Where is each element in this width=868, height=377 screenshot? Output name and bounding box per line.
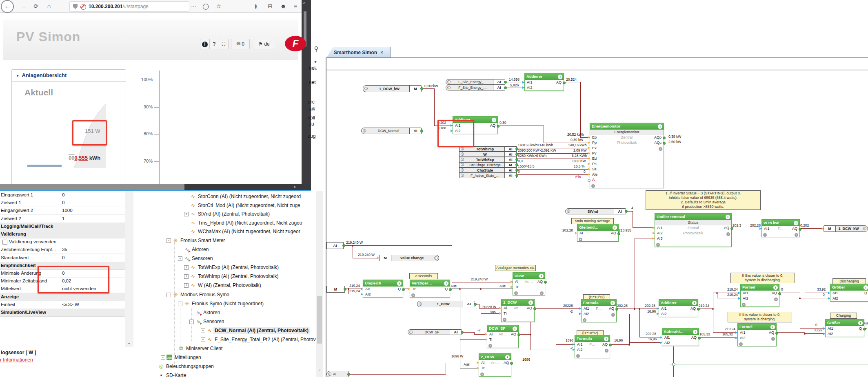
info-icon[interactable]: i [773, 285, 778, 290]
tree-item-label[interactable]: Sensoren [202, 318, 225, 325]
tree-expander-icon[interactable]: + [201, 337, 205, 342]
tree-item-label[interactable]: W (AI) (Zentral, Photovoltaik) [197, 282, 262, 289]
sensor-block-batchrge_dischrge[interactable]: iBat Chrge_DischrgeM [459, 162, 517, 168]
expand-icon[interactable]: + [726, 232, 730, 236]
expand-icon[interactable]: + [503, 318, 506, 322]
tree-item-fronius[interactable]: -✳Fronius Smart Meter [135, 237, 316, 244]
help-button[interactable]: ? [209, 39, 219, 49]
browser-scrollbar[interactable]: ^ [302, 0, 311, 190]
info-icon[interactable]: i [505, 355, 510, 359]
expand-icon[interactable]: + [605, 349, 608, 353]
account-icon[interactable]: ☻ [278, 1, 288, 11]
block-energiemonitor[interactable]: EnergiemonitoriEnergiemonitorEpZentralAQ… [590, 123, 664, 188]
block-2-dcw[interactable]: 2_DCWiAlAn…AQTr+ [479, 353, 511, 377]
block-formula-1[interactable]: FormulaiAI1F…AQAI2++ [581, 299, 617, 322]
tree-item-label[interactable]: DCW_Normal (AI) (Zentral, Photovoltaik) [213, 327, 310, 334]
tree-item-modbus[interactable]: -✳Modbus Fronius Symo [135, 291, 316, 298]
tree-item-label[interactable]: Tms_Hybrid (AI) (Nicht zugeordnet, Nicht… [197, 219, 303, 227]
tree-item-aktoren[interactable]: ∿Aktoren [135, 246, 316, 253]
info-icon[interactable]: i [770, 325, 775, 329]
tree-item-label[interactable]: TotWhImp (AI) (Zentral, Photovoltaik) [197, 273, 280, 280]
tree-item-wchamax[interactable]: ∿WChaMax (AI) (Nicht zugeordnet, Nicht z… [135, 228, 316, 235]
info-icon[interactable]: i [492, 118, 496, 122]
blocked-icon[interactable] [80, 4, 86, 10]
tree-expander-icon[interactable]: - [189, 320, 194, 324]
block-gleitend[interactable]: Gleitend…iAIAQ+ [577, 224, 619, 242]
tree-item-mitteilungen[interactable]: +LOGMitteilungen [135, 354, 316, 361]
comment-note[interactable]: Charging [830, 313, 857, 319]
info-icon[interactable]: i [693, 330, 697, 334]
property-section[interactable]: Logging/Mail/Call/Track [0, 223, 125, 231]
property-section[interactable]: Validierung [0, 230, 125, 238]
property-section[interactable]: Simulation/LiveView [0, 309, 125, 317]
block-ungleich[interactable]: UngleichiAI1QAI2 [363, 280, 403, 298]
tab-scroll-icon[interactable]: ▲ [314, 67, 317, 71]
property-row[interactable]: Eingangswert 21000 [0, 207, 125, 215]
tree-item-label[interactable]: Miniserver Client [185, 345, 224, 352]
tree-expander-icon[interactable]: + [161, 355, 165, 360]
tree-expander-icon[interactable]: - [166, 293, 171, 297]
library-icon[interactable]: |||\ [251, 1, 260, 11]
info-icon[interactable]: i [658, 124, 662, 129]
property-section[interactable]: Anzeige [0, 293, 125, 301]
info-icon[interactable]: i [604, 337, 608, 341]
info-icon[interactable]: i [610, 301, 615, 305]
properties-scrollbar[interactable] [125, 191, 133, 347]
comment-note[interactable]: 3 seconds [409, 273, 438, 279]
tree-item-w[interactable]: +∿W (AI) (Zentral, Photovoltaik) [135, 282, 316, 289]
tree-item-label[interactable]: StVnd (AI) (Zentral, Photovoltaik) [197, 210, 271, 218]
block-addierer-3[interactable]: AddiereriAI1AQAI2 [659, 299, 698, 317]
sensor-block-ai[interactable]: AI [326, 242, 344, 249]
info-icon[interactable]: i [513, 326, 517, 331]
tree-item-dcw_normal[interactable]: +∿DCW_Normal (AI) (Zentral, Photovoltaik… [135, 327, 316, 334]
tab-list-dropdown-icon[interactable]: ▼ [313, 60, 317, 64]
tree-expander-icon[interactable]: - [178, 256, 182, 261]
sensor-block-1_dcw_kw[interactable]: i1_DCW_kWM [363, 85, 422, 92]
tree-item-label[interactable]: Aktoren [191, 246, 210, 253]
tree-scroll-down-icon[interactable]: ⌄ [317, 366, 322, 373]
tree-item-aktoren[interactable]: ∿Aktoren [135, 309, 316, 316]
expand-icon[interactable]: + [611, 313, 615, 317]
tree-item-totwhimp[interactable]: +∿TotWhImp (AI) (Zentral, Photovoltaik) [135, 273, 316, 280]
info-icon[interactable]: i [613, 225, 617, 230]
info-icon[interactable]: i [692, 301, 697, 305]
tree-expander-icon[interactable]: + [184, 212, 189, 216]
tree-item-totwhexp[interactable]: +∿TotWhExp (AI) (Zentral, Photovoltaik) [135, 264, 316, 271]
comment-note[interactable]: If this value is closer to 0,system is c… [728, 312, 792, 322]
sensor-block-chastate[interactable]: iChaStateAI [459, 168, 517, 173]
block-groesser-discharging[interactable]: GrößeriAI1QAI2 [830, 284, 868, 302]
expand-icon[interactable]: + [488, 344, 492, 348]
tree-item-label[interactable]: Modbus Fronius Symo [179, 291, 231, 298]
tree-item-label[interactable]: StorCtl_Mod (AI) (Nicht zugeordnet, Nich… [197, 202, 302, 209]
diagram-canvas[interactable]: 0,202kW14,6985,82620,5240,2020,1880,3920… [326, 57, 868, 377]
menu-icon[interactable]: ≡ [291, 1, 300, 11]
checkbox[interactable] [2, 240, 7, 245]
tree-item-label[interactable]: F_Site_Energy_Total_Pt2 (AI) (Zentral, P… [213, 336, 316, 343]
block-w-to-kw[interactable]: W to kWiAI1F…AQ++ [761, 219, 800, 237]
tree-expander-icon[interactable]: - [178, 302, 182, 306]
block-subtrahierer[interactable]: Subtrahi…iAI1AQAI2 [662, 328, 699, 346]
pin-icon[interactable] [313, 46, 319, 53]
tree-item-label[interactable]: Sensoren [191, 255, 214, 262]
property-value[interactable]: 0 [62, 191, 64, 199]
tree-item-label[interactable]: Fronius Symo (Nicht zugeordnet) [191, 300, 265, 307]
tree-item-stvnd[interactable]: +∿StVnd (AI) (Zentral, Photovoltaik) [135, 210, 316, 218]
sensor-block-stvnd[interactable]: iStVndAI [565, 208, 626, 214]
sensor-block-f_site_energy_[interactable]: iF_Site_Energy_…AI [446, 85, 505, 90]
page-actions-icon[interactable]: ⋯ [189, 1, 198, 11]
property-row[interactable]: Eingangswert 10 [0, 191, 125, 199]
tree-expander-icon[interactable]: + [184, 283, 189, 288]
block-dcw-sf[interactable]: DCW_SFiAlAn…AQTr+ [487, 325, 519, 348]
tab-smarthome-simon[interactable]: Smarthome Simon× [326, 47, 391, 58]
tree-item-miniserver[interactable]: ⧉Miniserver Client [135, 345, 316, 352]
sensor-block-f_active_state_[interactable]: iF_Active_State_…AI [459, 173, 517, 178]
block-formel-charge[interactable]: FormeliAI1AQAI2++ [737, 323, 777, 346]
tree-item-sdkarte[interactable]: ▪SD-Karte [135, 372, 316, 377]
properties-footer-link[interactable]: r Informationen [0, 357, 33, 363]
expand-icon[interactable]: + [774, 298, 778, 301]
info-icon[interactable]: i [539, 274, 544, 278]
tree-expander-icon[interactable]: + [184, 274, 189, 279]
property-row[interactable]: Zielwert 10 [0, 199, 125, 207]
panel-header[interactable]: ▾Anlagenübersicht [12, 70, 126, 82]
scroll-right-icon[interactable]: > [292, 185, 297, 190]
